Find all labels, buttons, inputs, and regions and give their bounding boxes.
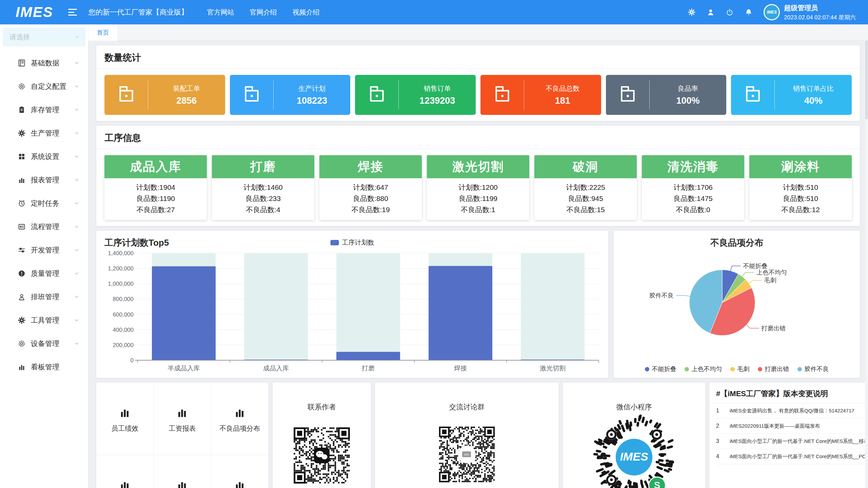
user-icon[interactable] [707, 8, 715, 16]
user-role: 超级管理员 [784, 3, 856, 13]
sidebar-item[interactable]: 库存管理 [0, 98, 88, 121]
sidebar-item[interactable]: 开发管理 [0, 238, 88, 262]
legend-item[interactable]: 不能折叠 [645, 365, 676, 373]
stat-card[interactable]: 装配工单 2856 [104, 75, 225, 115]
stat-card[interactable]: 良品率 100% [606, 75, 727, 115]
legend-label: 打磨出错 [765, 365, 789, 373]
legend-label: 工序计划数 [342, 238, 374, 247]
pie-chart-title: 不良品项分布 [614, 237, 860, 249]
contact-qr-code [287, 421, 357, 488]
sidebar-item[interactable]: 报表管理 [0, 168, 88, 191]
process-card: 破洞 计划数:2225 良品数:945 不良品数:15 [534, 155, 637, 220]
process-name: 成品入库 [104, 155, 207, 178]
sidebar-item-label: 系统设置 [31, 152, 74, 161]
sidebar-item-label: 生产管理 [31, 128, 74, 138]
changelog-row-text: iMES20220911版本更新——桌面端发布 [730, 423, 820, 429]
report-shortcut[interactable]: 员工绩效 [96, 383, 154, 455]
module-select[interactable]: 请选择 [3, 27, 85, 46]
bar-chart-icon [234, 406, 246, 419]
sidebar-item[interactable]: 看板管理 [0, 355, 88, 379]
process-good-count: 良品数:945 [534, 193, 637, 204]
svg-text:半成品入库: 半成品入库 [168, 365, 200, 372]
folder-icon [115, 83, 137, 107]
sidebar-item-icon [18, 176, 26, 184]
report-shortcut[interactable]: 不良品项分布 [211, 383, 269, 455]
changelog-row[interactable]: 1 iMES全套源码出售， 有意的联系QQ/微信：514224717 [716, 403, 868, 419]
avatar[interactable]: IMES [764, 4, 780, 20]
svg-text:200,000: 200,000 [113, 342, 134, 348]
stat-card[interactable]: 销售订单 1239203 [355, 75, 476, 115]
sidebar-item-icon [18, 363, 26, 371]
sidebar-menu: 基础数据 自定义配置 库存管理 生产管理 [0, 51, 88, 379]
process-bad-count: 不良品数:27 [104, 204, 207, 215]
stat-label: 良品率 [678, 84, 698, 93]
process-card: 成品入库 计划数:1904 良品数:1190 不良品数:27 [104, 155, 207, 220]
power-icon[interactable] [726, 8, 734, 16]
sidebar-item[interactable]: 质量管理 [0, 262, 88, 285]
sidebar-item-label: 质量管理 [31, 269, 74, 278]
legend-item[interactable]: 胶件不良 [797, 365, 829, 373]
chevron-down-icon [74, 107, 79, 113]
folder-icon [240, 83, 263, 107]
sidebar-item[interactable]: 基础数据 [0, 51, 88, 75]
nav-link[interactable]: 官网介绍 [250, 8, 277, 17]
legend-item[interactable]: 毛刺 [730, 365, 750, 373]
process-bad-count: 不良品数:4 [212, 204, 314, 215]
tab-home[interactable]: 首页 [88, 24, 118, 41]
legend-dot [645, 367, 649, 371]
bell-icon[interactable] [745, 8, 753, 16]
sidebar-item[interactable]: 设备管理 [0, 332, 88, 355]
process-name: 破洞 [534, 155, 637, 178]
process-good-count: 良品数:1190 [104, 193, 207, 204]
miniprogram-qr-code: IMESS [591, 414, 677, 488]
stat-label: 销售订单 [424, 84, 451, 93]
sidebar-item[interactable]: 排班管理 [0, 285, 88, 308]
svg-text:焊接: 焊接 [454, 365, 467, 372]
process-card: 焊接 计划数:647 良品数:880 不良品数:19 [319, 155, 422, 220]
changelog-title: #【iMES工厂管家】版本变更说明 [716, 389, 868, 399]
sidebar-item[interactable]: 定时任务 [0, 191, 88, 215]
sidebar-item-icon [18, 246, 26, 254]
stat-card[interactable]: 销售订单占比 40% [731, 75, 852, 115]
nav-link[interactable]: 视频介绍 [293, 8, 320, 17]
stat-card[interactable]: 生产计划 108223 [230, 75, 351, 115]
pie-chart: 不能折叠上色不均匀毛刺打磨出错胶件不良 [614, 231, 860, 378]
folder-icon [742, 83, 764, 107]
sidebar-item-icon [18, 293, 26, 301]
folder-icon [491, 83, 513, 107]
bar-chart-legend[interactable]: 工序计划数 [331, 238, 374, 247]
changelog-row[interactable]: 3 iMES面向小型工厂的新一代基于.NET Core的MES系统__移动端 [716, 434, 868, 449]
changelog-row[interactable]: 4 iMES面向小型工厂的新一代基于.NET Core的MES系统__PC端 [716, 449, 868, 464]
svg-text:625: 625 [464, 453, 469, 456]
process-name: 清洗消毒 [642, 155, 744, 178]
legend-swatch [331, 240, 339, 245]
report-shortcut[interactable]: 工资报表 [154, 383, 211, 455]
changelog-row-number: 4 [716, 453, 730, 460]
changelog-row[interactable]: 2 iMES20220911版本更新——桌面端发布 [716, 419, 868, 434]
sidebar-item[interactable]: 生产管理 [0, 121, 88, 145]
sidebar-item[interactable]: 流程管理 [0, 215, 88, 238]
contact-author-card: 联系作者 扫一扫上面的二维码图案，加我为朋友。 [273, 383, 371, 488]
stat-card[interactable]: 不良品总数 181 [480, 75, 601, 115]
page-scrollbar[interactable] [865, 24, 868, 488]
report-shortcut[interactable]: 生产报表 [154, 455, 211, 488]
nav-link[interactable]: 官方网站 [207, 8, 234, 17]
menu-toggle-icon[interactable] [68, 9, 77, 16]
report-shortcut[interactable]: 产量统计 [211, 455, 269, 488]
report-shortcut[interactable]: 不良品项汇总 [96, 455, 154, 488]
legend-item[interactable]: 打磨出错 [758, 365, 789, 373]
sidebar-item[interactable]: 系统设置 [0, 145, 88, 168]
svg-text:1,400,000: 1,400,000 [108, 250, 134, 257]
svg-text:上色不均匀: 上色不均匀 [756, 269, 787, 276]
scrollbar-thumb[interactable] [865, 38, 868, 119]
sidebar-item[interactable]: 自定义配置 [0, 75, 88, 98]
settings-icon[interactable] [688, 8, 696, 16]
sidebar-item[interactable]: 工具管理 [0, 308, 88, 332]
section-stats: 数量统计 装配工单 2856 [96, 45, 860, 121]
legend-item[interactable]: 上色不均匀 [685, 365, 722, 373]
process-card: 清洗消毒 计划数:1706 良品数:1475 不良品数:0 [642, 155, 744, 220]
svg-text:1,000,000: 1,000,000 [108, 281, 134, 287]
chevron-down-icon [74, 201, 79, 206]
chevron-down-icon [74, 60, 79, 66]
process-card: 激光切割 计划数:1200 良品数:1199 不良品数:1 [427, 155, 529, 220]
